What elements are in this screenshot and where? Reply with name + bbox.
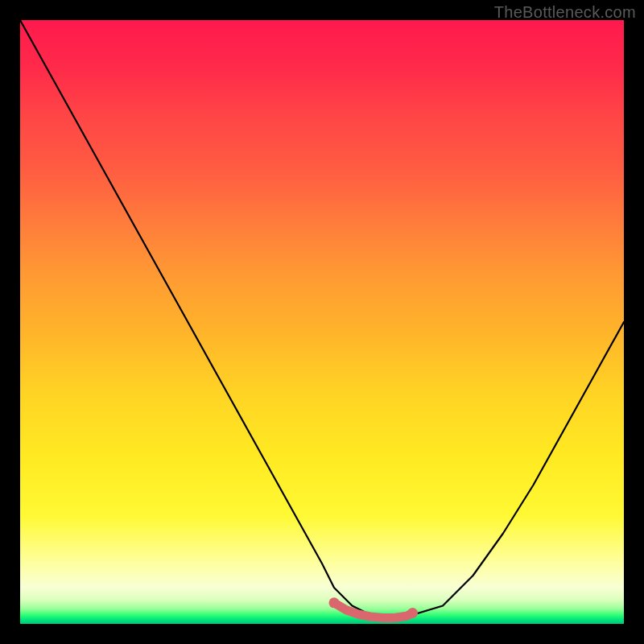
marker-dot	[329, 597, 340, 608]
marker-dot	[407, 608, 418, 618]
bottleneck-flat-marker	[334, 603, 413, 618]
bottleneck-curve-path	[20, 20, 624, 618]
chart-frame: TheBottleneck.com	[0, 0, 644, 644]
watermark-text: TheBottleneck.com	[494, 3, 636, 22]
curve-svg	[20, 20, 624, 624]
plot-area	[20, 20, 624, 624]
